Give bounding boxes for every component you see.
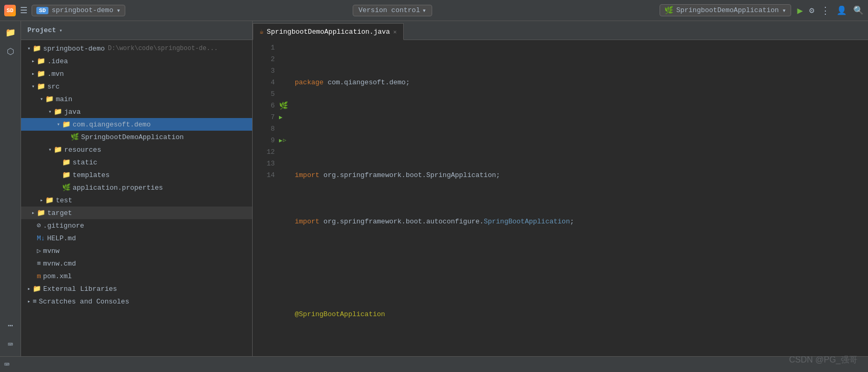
editor-tab-main-class[interactable]: ☕ SpringbootDemoApplication.java ✕	[253, 23, 404, 40]
tree-arrow: ▸	[29, 210, 37, 216]
more-options-icon[interactable]: ⋮	[821, 5, 830, 16]
tab-close-button[interactable]: ✕	[393, 28, 397, 35]
version-control-button[interactable]: Version control ▾	[353, 5, 432, 16]
line-numbers: 1 2 3 4 5 6 7 8 9 12 13 14	[253, 42, 279, 356]
tree-arrow: ▾	[46, 109, 54, 115]
panel-header: Project ▾	[21, 21, 252, 40]
tree-item-mvnw-cmd[interactable]: ≡ mvnw.cmd	[21, 257, 252, 270]
icon-bar: 📁 ⬡ ⋯ ⌨	[0, 21, 21, 356]
sidebar-icon-more[interactable]: ⋯	[3, 318, 18, 333]
tree-label: External Libraries	[43, 285, 117, 293]
tab-label: SpringbootDemoApplication.java	[267, 28, 390, 36]
tree-label: static	[73, 159, 97, 167]
project-panel: Project ▾ ▾ 📁 springboot-demo D:\work\co…	[21, 21, 253, 356]
csdn-watermark: CSDN @PG_强哥	[789, 355, 857, 366]
tree-label: main	[56, 95, 72, 103]
tree-item-idea[interactable]: ▸ 📁 .idea	[21, 55, 252, 67]
code-line-3: import org.springframework.boot.SpringAp…	[295, 170, 864, 181]
folder-icon: 📁	[54, 107, 62, 116]
titlebar-left: SD ☰ SD springboot-demo ▾	[4, 5, 125, 16]
mvnw-cmd-icon: ≡	[37, 260, 41, 268]
folder-icon: 📁	[45, 95, 54, 103]
version-control-label: Version control	[358, 6, 420, 14]
tree-arrow: ▸	[25, 298, 33, 305]
tree-label: application.properties	[73, 184, 163, 192]
line-num-6: 6	[257, 100, 275, 112]
profile-icon[interactable]: 👤	[836, 5, 847, 16]
tree-label: java	[64, 108, 81, 116]
version-control-chevron-icon: ▾	[422, 6, 426, 15]
code-line-2	[295, 123, 864, 135]
tree-item-main[interactable]: ▾ 📁 main	[21, 93, 252, 105]
folder-icon: 📁	[37, 70, 45, 78]
editor-tabs: ☕ SpringbootDemoApplication.java ✕	[253, 21, 868, 40]
tree-item-scratches-consoles[interactable]: ▸ ≡ Scratches and Consoles	[21, 295, 252, 308]
tree-item-pom-xml[interactable]: m pom.xml	[21, 270, 252, 282]
project-name: springboot-demo	[52, 6, 113, 14]
run-config-name[interactable]: 🌿 SpringbootDemoApplication ▾	[660, 4, 791, 16]
project-badge[interactable]: SD springboot-demo ▾	[32, 5, 125, 16]
run-gutter-icon2b: ▷	[283, 135, 286, 146]
line-num-5: 5	[257, 89, 275, 100]
tree-item-target[interactable]: ▸ 📁 target	[21, 207, 252, 219]
tree-label: Scratches and Consoles	[39, 298, 129, 306]
run-gutter-icon2: ▶	[279, 135, 283, 146]
tree-item-gitignore[interactable]: ⊘ .gitignore	[21, 219, 252, 232]
spring-annotation-gutter: 🌿	[279, 100, 291, 112]
terminal-icon[interactable]: ⌨	[4, 359, 9, 370]
properties-icon: 🌿	[62, 183, 71, 192]
tree-item-package[interactable]: ▾ 📁 com.qiangesoft.demo	[21, 118, 252, 131]
tree-item-resources[interactable]: ▾ 📁 resources	[21, 143, 252, 156]
run-gutter-9[interactable]: ▶ ▷	[279, 135, 291, 146]
scratches-icon: ≡	[33, 298, 37, 306]
tree-label: templates	[73, 171, 109, 179]
tree-item-mvn[interactable]: ▸ 📁 .mvn	[21, 67, 252, 80]
icon-bar-bottom: ⋯ ⌨	[3, 318, 18, 352]
search-icon[interactable]: 🔍	[853, 5, 864, 16]
debug-icon[interactable]: ⚙	[809, 5, 814, 16]
line-num-2: 2	[257, 54, 275, 65]
tree-label: HELP.md	[47, 234, 76, 242]
tree-item-test[interactable]: ▸ 📁 test	[21, 194, 252, 207]
tree-item-external-libraries[interactable]: ▸ 📁 External Libraries	[21, 282, 252, 295]
hamburger-icon[interactable]: ☰	[20, 5, 27, 16]
tree-item-springboot-demo[interactable]: ▾ 📁 springboot-demo D:\work\code\springb…	[21, 42, 252, 55]
tree-item-templates[interactable]: 📁 templates	[21, 169, 252, 181]
folder-icon: 📁	[33, 44, 41, 53]
line-num-1: 1	[257, 42, 275, 54]
tree-arrow: ▸	[29, 71, 37, 77]
tree-label: .gitignore	[43, 222, 84, 230]
code-line-5	[295, 262, 864, 274]
bottom-bar: ⌨	[0, 356, 868, 372]
folder-icon: 📁	[33, 285, 41, 293]
code-editor[interactable]: 1 2 3 4 5 6 7 8 9 12 13 14	[253, 40, 868, 356]
tree-item-src[interactable]: ▾ 📁 src	[21, 80, 252, 93]
folder-icon: 📁	[54, 145, 62, 154]
tree-item-application-properties[interactable]: 🌿 application.properties	[21, 181, 252, 194]
titlebar-center: Version control ▾	[125, 5, 660, 16]
tree-item-main-class[interactable]: 🌿 SpringbootDemoApplication	[21, 131, 252, 143]
tree-item-java[interactable]: ▾ 📁 java	[21, 105, 252, 118]
line-num-9: 9	[257, 135, 275, 146]
project-chevron-icon: ▾	[116, 6, 121, 15]
spring-class-icon: 🌿	[71, 133, 79, 141]
app-logo: SD	[4, 5, 16, 16]
run-config-label: SpringbootDemoApplication	[676, 6, 779, 14]
run-button[interactable]: ▶	[797, 5, 803, 16]
run-gutter-7[interactable]: ▶	[279, 112, 291, 123]
tree-item-help-md[interactable]: M↓ HELP.md	[21, 232, 252, 244]
sidebar-icon-folder[interactable]: 📁	[3, 25, 18, 40]
tree-item-mvnw[interactable]: ▷ mvnw	[21, 244, 252, 257]
sidebar-icon-structure[interactable]: ⬡	[3, 44, 18, 59]
line-num-14: 14	[257, 170, 275, 181]
code-line-1: package com.qiangesoft.demo;	[295, 77, 864, 89]
md-icon: M↓	[37, 234, 45, 242]
tree-arrow: ▾	[25, 45, 33, 52]
tree-label: test	[56, 197, 72, 204]
panel-chevron-icon[interactable]: ▾	[59, 27, 63, 34]
code-content[interactable]: package com.qiangesoft.demo; import org.…	[291, 42, 868, 356]
sidebar-icon-terminal[interactable]: ⌨	[3, 337, 18, 352]
tree-item-static[interactable]: 📁 static	[21, 156, 252, 169]
titlebar: SD ☰ SD springboot-demo ▾ Version contro…	[0, 0, 868, 21]
folder-icon: 📁	[45, 196, 54, 204]
